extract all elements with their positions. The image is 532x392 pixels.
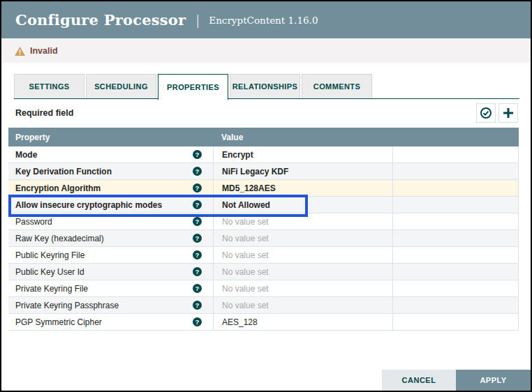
property-name-cell: Public Keyring File? — [8, 247, 213, 263]
empty-cell — [392, 163, 519, 179]
property-row[interactable]: Mode?Encrypt — [8, 146, 519, 163]
empty-cell — [392, 297, 519, 313]
add-property-button[interactable] — [498, 103, 518, 123]
property-row[interactable]: Key Derivation Function?NiFi Legacy KDF — [8, 163, 519, 180]
help-icon[interactable]: ? — [193, 317, 202, 326]
property-name-cell: Encryption Algorithm? — [8, 180, 213, 196]
validation-status-bar: Invalid — [1, 38, 531, 63]
empty-cell — [392, 146, 519, 163]
help-icon[interactable]: ? — [193, 250, 202, 259]
property-value: AES_128 — [222, 317, 258, 327]
tab-settings[interactable]: SETTINGS — [14, 74, 84, 98]
processor-name-version: EncryptContent 1.16.0 — [209, 15, 318, 26]
property-name-cell: PGP Symmetric Cipher? — [8, 314, 213, 330]
empty-cell — [392, 213, 519, 229]
help-icon[interactable]: ? — [193, 150, 202, 159]
apply-button[interactable]: APPLY — [456, 370, 531, 391]
property-value: NiFi Legacy KDF — [222, 167, 288, 176]
help-icon[interactable]: ? — [193, 284, 202, 293]
property-name: Key Derivation Function — [15, 167, 112, 176]
help-icon[interactable]: ? — [193, 183, 202, 193]
property-name: Private Keyring Passphrase — [15, 301, 119, 310]
property-name: Raw Key (hexadecimal) — [15, 234, 104, 243]
property-row[interactable]: Allow insecure cryptographic modes?Not A… — [8, 197, 519, 213]
tab-comments[interactable]: COMMENTS — [302, 74, 372, 98]
property-value-cell[interactable]: No value set — [213, 264, 392, 280]
plus-icon — [503, 107, 514, 119]
property-row[interactable]: Encryption Algorithm?MD5_128AES — [8, 180, 519, 197]
cancel-button[interactable]: CANCEL — [382, 370, 456, 391]
property-value-cell[interactable]: No value set — [213, 280, 392, 296]
empty-cell — [392, 197, 519, 213]
property-name-cell: Allow insecure cryptographic modes? — [8, 197, 213, 213]
property-name: Public Key User Id — [15, 267, 84, 277]
empty-cell — [392, 180, 519, 196]
column-header-value: Value — [213, 133, 519, 142]
tab-strip: SETTINGSSCHEDULINGPROPERTIESRELATIONSHIP… — [14, 73, 519, 99]
property-value: No value set — [222, 267, 269, 277]
required-field-label: Required field — [15, 108, 73, 118]
property-value-cell[interactable]: No value set — [213, 230, 392, 246]
property-value: No value set — [222, 250, 269, 260]
help-icon[interactable]: ? — [193, 217, 202, 226]
property-value-cell[interactable]: AES_128 — [213, 314, 392, 330]
warning-icon — [15, 46, 25, 55]
property-value: No value set — [222, 301, 269, 310]
tab-relationships[interactable]: RELATIONSHIPS — [230, 74, 300, 98]
property-row[interactable]: Private Keyring File?No value set — [8, 280, 519, 297]
property-name-cell: Public Key User Id? — [8, 264, 213, 280]
property-name: Public Keyring File — [15, 250, 84, 260]
check-circle-icon — [480, 107, 492, 119]
property-name: Encryption Algorithm — [15, 183, 101, 193]
property-value: No value set — [222, 284, 269, 294]
property-value: No value set — [222, 217, 269, 227]
property-row[interactable]: Raw Key (hexadecimal)?No value set — [8, 230, 519, 247]
properties-toolbar: Required field — [14, 103, 518, 124]
table-body: Mode?EncryptKey Derivation Function?NiFi… — [8, 146, 519, 331]
dialog-title: Configure Processor — [15, 11, 186, 29]
property-value-cell[interactable]: No value set — [213, 213, 392, 229]
property-row[interactable]: PGP Symmetric Cipher?AES_128 — [8, 314, 519, 331]
property-name: Private Keyring File — [15, 284, 88, 294]
table-header-row: Property Value — [8, 128, 519, 146]
property-value-cell[interactable]: Not Allowed — [213, 197, 392, 213]
column-header-property: Property — [8, 133, 213, 142]
property-row[interactable]: Private Keyring Passphrase?No value set — [8, 297, 519, 314]
property-value: Not Allowed — [222, 200, 270, 210]
dialog-titlebar: Configure Processor | EncryptContent 1.1… — [1, 1, 531, 38]
property-name: Mode — [15, 150, 37, 160]
property-value: MD5_128AES — [222, 183, 276, 193]
property-name-cell: Key Derivation Function? — [8, 163, 213, 179]
property-name-cell: Private Keyring Passphrase? — [8, 297, 213, 313]
property-value-cell[interactable]: NiFi Legacy KDF — [213, 163, 392, 179]
tab-scheduling[interactable]: SCHEDULING — [86, 74, 156, 98]
help-icon[interactable]: ? — [193, 200, 202, 209]
status-badge: Invalid — [30, 46, 58, 56]
tab-properties[interactable]: PROPERTIES — [158, 74, 228, 100]
property-name: PGP Symmetric Cipher — [15, 317, 102, 327]
property-name-cell: Mode? — [8, 146, 213, 163]
help-icon[interactable]: ? — [193, 301, 202, 310]
property-value-cell[interactable]: No value set — [213, 297, 392, 313]
empty-cell — [392, 314, 519, 330]
property-row[interactable]: Password?No value set — [8, 213, 519, 230]
property-row[interactable]: Public Key User Id?No value set — [8, 264, 519, 280]
dialog-footer: CANCEL APPLY — [382, 370, 531, 391]
property-name-cell: Password? — [8, 213, 213, 229]
property-row[interactable]: Public Keyring File?No value set — [8, 247, 519, 264]
verify-properties-button[interactable] — [476, 103, 496, 123]
property-name: Password — [15, 217, 52, 227]
property-name-cell: Private Keyring File? — [8, 280, 213, 296]
empty-cell — [392, 247, 519, 263]
help-icon[interactable]: ? — [193, 234, 202, 243]
property-value-cell[interactable]: Encrypt — [213, 146, 392, 163]
property-value-cell[interactable]: No value set — [213, 247, 392, 263]
property-value-cell[interactable]: MD5_128AES — [213, 180, 392, 196]
property-value: Encrypt — [222, 150, 253, 160]
help-icon[interactable]: ? — [193, 267, 202, 276]
property-name: Allow insecure cryptographic modes — [15, 200, 162, 210]
help-icon[interactable]: ? — [193, 167, 202, 176]
property-name-cell: Raw Key (hexadecimal)? — [8, 230, 213, 246]
property-value: No value set — [222, 234, 269, 243]
empty-cell — [392, 230, 519, 246]
